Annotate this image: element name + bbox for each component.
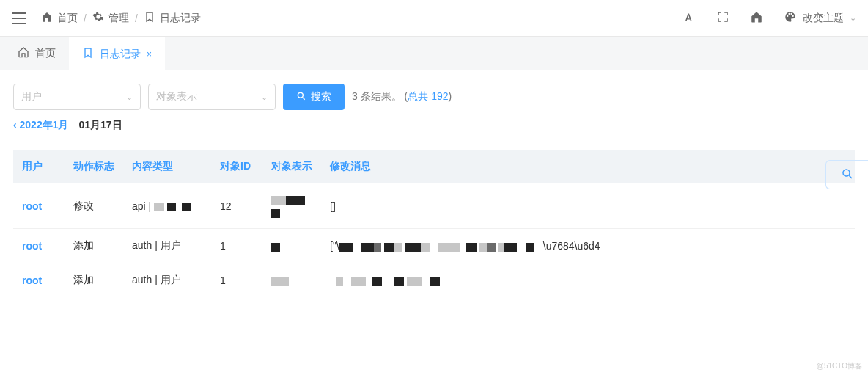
close-icon[interactable]: × bbox=[147, 49, 152, 59]
col-object-id[interactable]: 对象ID bbox=[211, 150, 262, 183]
chevron-down-icon: ⌄ bbox=[850, 13, 856, 23]
palette-icon bbox=[784, 10, 797, 26]
home-icon bbox=[41, 11, 53, 25]
col-action[interactable]: 动作标志 bbox=[65, 150, 123, 183]
breadcrumb-sep: / bbox=[135, 12, 138, 24]
user-filter-select[interactable]: 用户 ⌄ bbox=[13, 84, 141, 110]
chevron-down-icon: ⌄ bbox=[261, 92, 268, 102]
menu-toggle[interactable] bbox=[12, 12, 26, 24]
result-info: 3 条结果。 (总共 192) bbox=[352, 90, 452, 103]
col-object-repr[interactable]: 对象表示 bbox=[262, 150, 321, 183]
search-icon bbox=[841, 167, 854, 183]
col-user[interactable]: 用户 bbox=[13, 150, 65, 183]
fullscreen-icon[interactable] bbox=[716, 10, 729, 26]
float-search-button[interactable] bbox=[825, 160, 868, 189]
user-link[interactable]: root bbox=[22, 274, 42, 286]
col-content-type[interactable]: 内容类型 bbox=[123, 150, 211, 183]
gear-icon bbox=[92, 11, 104, 25]
breadcrumb-log[interactable]: 日志记录 bbox=[144, 11, 201, 25]
tab-log[interactable]: 日志记录 × bbox=[69, 37, 165, 70]
bookmark-icon bbox=[144, 11, 155, 25]
date-prev-link[interactable]: ‹ 2022年1月 bbox=[13, 119, 68, 132]
svg-point-1 bbox=[843, 170, 850, 176]
date-current: 01月17日 bbox=[78, 119, 122, 132]
home-icon bbox=[18, 46, 29, 60]
col-change-msg[interactable]: 修改消息 bbox=[321, 150, 855, 183]
breadcrumb-sep: / bbox=[84, 12, 87, 24]
bookmark-icon bbox=[82, 47, 94, 61]
total-link[interactable]: 总共 192 bbox=[408, 90, 448, 102]
watermark: @51CTO博客 bbox=[817, 361, 862, 371]
user-link[interactable]: root bbox=[22, 240, 42, 252]
breadcrumb-home[interactable]: 首页 bbox=[41, 11, 78, 25]
repr-filter-select[interactable]: 对象表示 ⌄ bbox=[148, 84, 276, 110]
tab-home[interactable]: 首页 bbox=[4, 37, 69, 70]
breadcrumb: 首页 / 管理 / 日志记录 bbox=[41, 11, 683, 25]
search-button[interactable]: 搜索 bbox=[283, 84, 345, 110]
chevron-down-icon: ⌄ bbox=[126, 92, 133, 102]
user-link[interactable]: root bbox=[22, 200, 42, 212]
home-icon[interactable] bbox=[750, 10, 763, 26]
table-row: root 修改 api | 12 [] bbox=[13, 183, 855, 229]
breadcrumb-admin[interactable]: 管理 bbox=[92, 11, 129, 25]
table-row: root 添加 auth | 用户 1 ["\ \u7684\u6d4 bbox=[13, 229, 855, 263]
log-table: 用户 动作标志 内容类型 对象ID 对象表示 修改消息 root 修改 api … bbox=[13, 150, 855, 297]
search-icon bbox=[296, 91, 306, 103]
font-icon[interactable] bbox=[683, 10, 696, 26]
svg-point-0 bbox=[298, 92, 303, 98]
theme-switch[interactable]: 改变主题 ⌄ bbox=[784, 10, 856, 26]
table-row: root 添加 auth | 用户 1 bbox=[13, 263, 855, 298]
